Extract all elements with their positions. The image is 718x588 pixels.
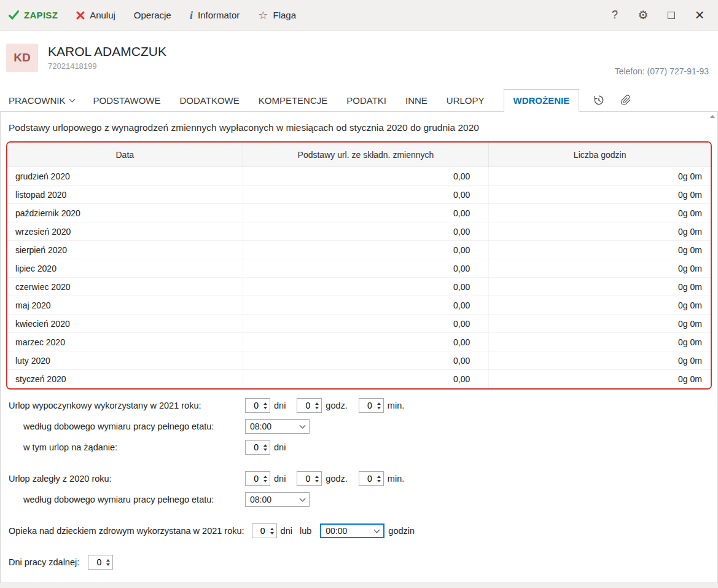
employee-pesel: 72021418199 xyxy=(48,61,166,71)
table-row[interactable]: grudzień 20200,000g 0m xyxy=(7,167,711,186)
childcare-row: Opieka nad dzieckiem zdrowym wykorzystan… xyxy=(9,523,709,538)
spinner-arrows[interactable] xyxy=(313,399,321,412)
childcare-days-spinner[interactable]: 0 xyxy=(252,523,277,538)
spinner-arrows[interactable] xyxy=(375,399,383,412)
spinner-arrows[interactable] xyxy=(261,472,270,485)
close-button[interactable]: × xyxy=(690,5,709,26)
leave-form: Urlop wypoczynkowy wykorzystany w 2021 r… xyxy=(9,398,709,570)
spinner-up-icon[interactable] xyxy=(377,402,381,405)
on-demand-days-spinner[interactable]: 0 xyxy=(245,440,270,455)
spinner-value[interactable]: 0 xyxy=(246,399,261,412)
cancel-button[interactable]: Anuluj xyxy=(76,10,115,20)
close-icon: × xyxy=(695,9,704,22)
scroll-up-icon[interactable] xyxy=(710,115,715,118)
spinner-up-icon[interactable] xyxy=(106,559,110,562)
column-header-data[interactable]: Data xyxy=(7,143,243,167)
spinner-up-icon[interactable] xyxy=(263,444,267,447)
spinner-value[interactable]: 0 xyxy=(359,399,375,412)
tab-inne[interactable]: INNE xyxy=(405,89,427,111)
table-row[interactable]: listopad 20200,000g 0m xyxy=(7,186,711,204)
tab-label: INNE xyxy=(405,95,427,106)
spinner-arrows[interactable] xyxy=(261,441,270,454)
spinner-down-icon[interactable] xyxy=(377,407,381,409)
combo-value: 08:00 xyxy=(250,421,271,431)
spinner-up-icon[interactable] xyxy=(315,402,319,405)
informator-button[interactable]: i Informator xyxy=(190,9,240,21)
maximize-button[interactable] xyxy=(661,5,681,26)
employee-name: KAROL ADAMCZUK xyxy=(48,44,166,59)
table-row[interactable]: październik 20200,000g 0m xyxy=(7,204,711,222)
history-icon xyxy=(593,94,605,106)
remote-days-spinner[interactable]: 0 xyxy=(88,555,113,570)
tab-dodatkowe[interactable]: DODATKOWE xyxy=(180,89,240,111)
table-row[interactable]: czerwiec 20200,000g 0m xyxy=(7,278,711,296)
spinner-up-icon[interactable] xyxy=(315,476,319,478)
spinner-up-icon[interactable] xyxy=(270,528,274,530)
table-row[interactable]: wrzesień 20200,000g 0m xyxy=(7,222,711,241)
spinner-value[interactable]: 0 xyxy=(297,399,313,412)
spinner-down-icon[interactable] xyxy=(263,449,267,451)
vacation-hours-spinner[interactable]: 0 xyxy=(297,398,322,413)
spinner-down-icon[interactable] xyxy=(315,480,319,482)
tab-kompetencje[interactable]: KOMPETENCJE xyxy=(259,89,328,111)
spinner-down-icon[interactable] xyxy=(315,407,319,409)
spinner-down-icon[interactable] xyxy=(263,407,267,409)
attachment-button[interactable] xyxy=(618,93,633,108)
help-button[interactable]: ? xyxy=(605,5,625,26)
spinner-value[interactable]: 0 xyxy=(252,524,268,538)
spinner-value[interactable]: 0 xyxy=(246,441,261,454)
spinner-value[interactable]: 0 xyxy=(88,555,104,569)
column-header-hours[interactable]: Liczba godzin xyxy=(489,143,711,167)
spinner-down-icon[interactable] xyxy=(270,532,274,535)
row-base: 0,00 xyxy=(243,333,490,351)
spinner-value[interactable]: 0 xyxy=(246,472,261,485)
table-row[interactable]: kwiecień 20200,000g 0m xyxy=(7,315,711,333)
spinner-up-icon[interactable] xyxy=(263,476,267,478)
overdue-minutes-spinner[interactable]: 0 xyxy=(359,471,384,486)
flag-button[interactable]: ☆ Flaga xyxy=(258,10,296,21)
spinner-value[interactable]: 0 xyxy=(297,472,313,485)
table-row[interactable]: maj 20200,000g 0m xyxy=(7,296,711,315)
chevron-down-icon xyxy=(69,96,75,102)
vacation-days-spinner[interactable]: 0 xyxy=(245,398,270,413)
table-row[interactable]: luty 20200,000g 0m xyxy=(7,351,711,370)
spinner-down-icon[interactable] xyxy=(377,480,381,482)
table-row[interactable]: marzec 20200,000g 0m xyxy=(7,333,711,351)
vacation-minutes-spinner[interactable]: 0 xyxy=(359,398,384,413)
settings-button[interactable]: ⚙ xyxy=(633,5,653,26)
tab-label: PODATKI xyxy=(346,95,386,106)
spinner-down-icon[interactable] xyxy=(263,480,267,482)
chevron-down-icon xyxy=(300,496,306,502)
informator-label: Informator xyxy=(198,10,240,20)
daily-norm-combo-1[interactable]: 08:00 xyxy=(245,419,310,434)
spinner-arrows[interactable] xyxy=(261,399,270,412)
childcare-time-combo[interactable]: 00:00 xyxy=(320,523,384,538)
spinner-up-icon[interactable] xyxy=(377,476,381,478)
column-header-base[interactable]: Podstawy url. ze składn. zmiennych xyxy=(243,143,490,167)
spinner-down-icon[interactable] xyxy=(106,563,110,566)
spinner-arrows[interactable] xyxy=(313,472,321,485)
row-base: 0,00 xyxy=(243,222,490,240)
spinner-arrows[interactable] xyxy=(375,472,383,485)
table-row[interactable]: lipiec 20200,000g 0m xyxy=(7,259,711,278)
history-button[interactable] xyxy=(591,93,606,108)
table-row[interactable]: sierpień 20200,000g 0m xyxy=(7,241,711,259)
daily-norm-combo-2[interactable]: 08:00 xyxy=(245,492,310,507)
save-button[interactable]: ZAPISZ xyxy=(9,10,58,20)
table-row[interactable]: styczeń 20200,000g 0m xyxy=(7,370,711,388)
operations-button[interactable]: Operacje xyxy=(134,10,171,20)
tab-pracownik[interactable]: PRACOWNIK xyxy=(9,89,74,111)
row-date: kwiecień 2020 xyxy=(7,315,243,332)
cancel-x-icon xyxy=(76,11,85,20)
spinner-arrows[interactable] xyxy=(268,524,276,538)
spinner-arrows[interactable] xyxy=(104,555,112,569)
overdue-hours-spinner[interactable]: 0 xyxy=(297,471,322,486)
vacation-used-row: Urlop wypoczynkowy wykorzystany w 2021 r… xyxy=(9,398,709,413)
overdue-days-spinner[interactable]: 0 xyxy=(245,471,270,486)
tab-wdrozenie[interactable]: WDROŻENIE xyxy=(504,89,580,112)
tab-podatki[interactable]: PODATKI xyxy=(346,89,386,111)
spinner-value[interactable]: 0 xyxy=(359,472,375,485)
spinner-up-icon[interactable] xyxy=(263,402,267,405)
tab-urlopy[interactable]: URLOPY xyxy=(447,89,485,111)
tab-podstawowe[interactable]: PODSTAWOWE xyxy=(93,89,161,111)
